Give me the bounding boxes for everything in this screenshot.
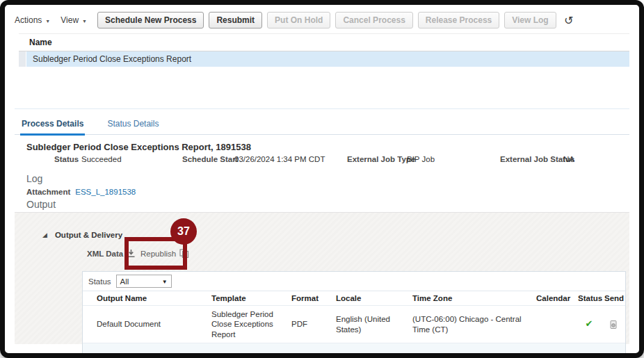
cell-output-name: Default Document xyxy=(97,316,211,332)
chevron-down-icon: ▼ xyxy=(82,19,87,24)
col-template: Template xyxy=(211,291,291,305)
download-icon[interactable] xyxy=(127,249,136,258)
attachment-link[interactable]: ESS_L_1891538 xyxy=(75,188,136,196)
schedule-new-process-button[interactable]: Schedule New Process xyxy=(97,12,204,29)
output-delivery-header: ◢ Output & Delivery xyxy=(42,231,122,239)
page-title: Subledger Period Close Exceptions Report… xyxy=(26,142,251,152)
cell-template: Subledger Period Close Exceptions Report xyxy=(211,306,291,343)
col-send: Send xyxy=(604,291,626,305)
actions-menu[interactable]: Actions ▼ xyxy=(15,15,50,25)
tab-process-details[interactable]: Process Details xyxy=(20,116,85,136)
cell-time-zone: (UTC-06:00) Chicago - Central Time (CT) xyxy=(412,311,536,338)
output-table-footer xyxy=(83,343,625,354)
green-checkmark-icon: ✔ xyxy=(578,315,604,333)
annotation-step-badge: 37 xyxy=(170,218,197,245)
section-divider xyxy=(15,108,629,109)
republish-button[interactable]: Republish xyxy=(140,249,189,258)
col-status: Status xyxy=(578,291,604,305)
external-job-type-value: BIP Job xyxy=(407,155,435,163)
external-job-status-value: NA xyxy=(563,155,574,163)
log-section-label: Log xyxy=(26,173,42,184)
chevron-down-icon: ▼ xyxy=(45,19,50,24)
view-menu-label: View xyxy=(61,15,79,25)
output-section-label: Output xyxy=(26,199,56,210)
process-row-name[interactable]: Subledger Period Close Exceptions Report xyxy=(26,51,629,67)
release-process-button[interactable]: Release Process xyxy=(418,12,499,29)
attachment-row: Attachment ESS_L_1891538 xyxy=(26,188,136,196)
republish-icon[interactable] xyxy=(179,249,189,258)
schedule-start-value: 03/26/2024 1:34 PM CDT xyxy=(234,155,325,163)
app-window: Actions ▼ View ▼ Schedule New Process Re… xyxy=(0,0,644,358)
row-selector-gutter[interactable] xyxy=(19,51,26,67)
resubmit-button[interactable]: Resubmit xyxy=(209,12,262,29)
status-filter-select[interactable]: All ▼ xyxy=(116,275,172,288)
cell-locale: English (United States) xyxy=(336,311,412,338)
output-delivery-panel: ◢ Output & Delivery XML Data Republish 3… xyxy=(15,212,629,344)
status-filter-label: Status xyxy=(88,277,111,286)
status-label: Status xyxy=(54,155,79,163)
chevron-down-icon: ▼ xyxy=(162,279,168,285)
view-log-button[interactable]: View Log xyxy=(504,12,556,29)
output-table-row: Default Document Subledger Period Close … xyxy=(83,306,625,343)
status-value: Succeeded xyxy=(81,155,122,163)
col-calendar: Calendar xyxy=(536,291,578,305)
detail-fields: Status Succeeded Schedule Start 03/26/20… xyxy=(5,155,639,165)
tab-status-details[interactable]: Status Details xyxy=(106,116,160,134)
actions-menu-label: Actions xyxy=(15,15,42,25)
process-row[interactable]: Subledger Period Close Exceptions Report xyxy=(19,51,629,67)
col-output-name: Output Name xyxy=(97,291,211,305)
details-tabbar: Process Details Status Details xyxy=(15,116,629,135)
col-time-zone: Time Zone xyxy=(412,291,536,305)
republish-label: Republish xyxy=(140,250,176,258)
refresh-icon[interactable]: ↻ xyxy=(564,14,573,27)
send-icon[interactable] xyxy=(609,320,618,329)
output-table: Status All ▼ Output Name Template Format… xyxy=(82,271,626,355)
external-job-type-label: External Job Type xyxy=(347,155,415,163)
cell-format: PDF xyxy=(291,316,336,332)
collapse-triangle-icon[interactable]: ◢ xyxy=(42,231,47,238)
col-locale: Locale xyxy=(336,291,412,305)
view-menu[interactable]: View ▼ xyxy=(61,15,87,25)
output-delivery-title: Output & Delivery xyxy=(55,231,122,239)
schedule-start-label: Schedule Start xyxy=(182,155,239,163)
output-table-header: Output Name Template Format Locale Time … xyxy=(83,291,625,306)
status-filter-value: All xyxy=(120,277,129,286)
name-column-header: Name xyxy=(19,33,629,51)
cancel-process-button[interactable]: Cancel Process xyxy=(335,12,412,29)
toolbar: Actions ▼ View ▼ Schedule New Process Re… xyxy=(15,10,629,31)
put-on-hold-button[interactable]: Put On Hold xyxy=(267,12,330,29)
send-button[interactable] xyxy=(604,316,626,333)
xml-data-action[interactable]: XML Data xyxy=(87,249,136,258)
cell-calendar xyxy=(536,321,578,328)
attachment-label: Attachment xyxy=(26,188,70,196)
col-format: Format xyxy=(291,291,336,305)
status-filter-row: Status All ▼ xyxy=(83,272,625,291)
xml-data-label: XML Data xyxy=(87,250,123,258)
process-list: Name Subledger Period Close Exceptions R… xyxy=(19,33,629,67)
